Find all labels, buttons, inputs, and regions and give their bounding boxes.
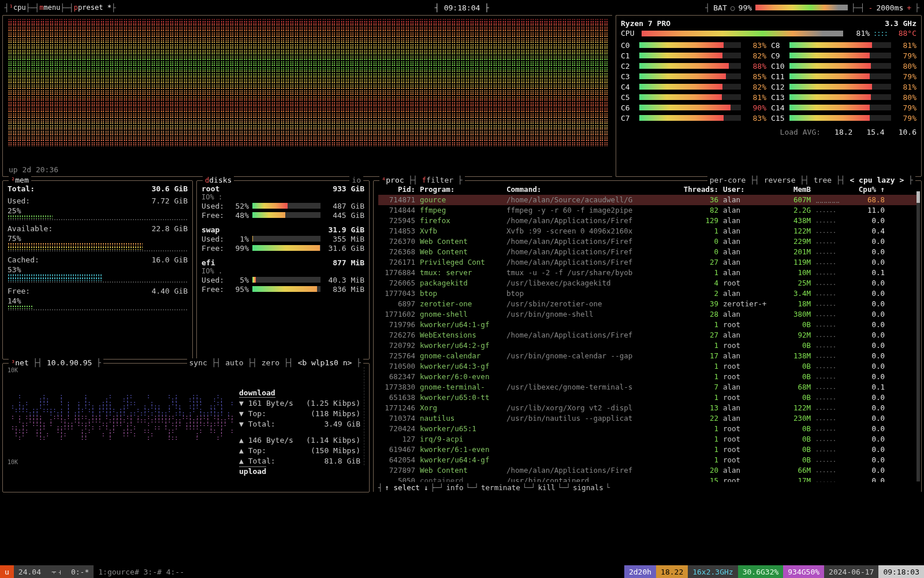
net-graph: 10K 10K: [8, 367, 364, 465]
memory-panel: ²mem Total:30.6 GiB Used:7.72 GiB 25% Av…: [2, 180, 193, 360]
cpu-core-C8: C881%: [771, 40, 916, 50]
uptime: up 2d 20:36: [9, 165, 58, 174]
net-opt-sync[interactable]: sync: [189, 358, 207, 367]
status-mem: 30.6G32%: [738, 565, 784, 578]
process-row[interactable]: 727897Web Content/home/alan/Applications…: [378, 465, 916, 476]
process-row[interactable]: 726370Web Content/home/alan/Applications…: [378, 236, 916, 247]
cpu-core-C0: C083%: [621, 40, 766, 50]
proc-opt-tree[interactable]: tree: [814, 176, 832, 184]
menu-cpu[interactable]: cpu: [13, 3, 26, 12]
loadavg-label: Load AVG:: [780, 128, 821, 136]
disk-root: root933 GiBIO% :Used:52%487 GiBFree:48%4…: [202, 184, 364, 220]
status-date: 2024-06-17: [824, 565, 878, 578]
process-row[interactable]: 726171Privileged Cont/home/alan/Applicat…: [378, 257, 916, 268]
process-row[interactable]: 726368Web Content/home/alan/Applications…: [378, 247, 916, 257]
proc-opt-reverse[interactable]: reverse: [764, 176, 796, 184]
process-row[interactable]: 1771602gnome-shell/usr/bin/gnome-shell28…: [378, 309, 916, 320]
mem-total-label: Total:: [8, 184, 35, 193]
cpu-core-C9: C979%: [771, 50, 916, 61]
status-load: 18.22: [656, 565, 688, 578]
mem-free-pct: 14%: [8, 297, 188, 305]
process-row[interactable]: 1777043btopbtop2alan3.4M......0.0: [378, 288, 916, 299]
net-dl-top: ▼ Top:: [239, 409, 266, 419]
cpu-history-panel: ⣿⣿⣿⣿⣿⣿⣿⣿⣿⣿⣿⣿⣿⣿⣿⣿⣿⣿⣿⣿⣿⣿⣿⣿⣿⣿⣿⣿⣿⣿⣿⣿⣿⣿⣿⣿⣿⣿⣿⣿…: [2, 15, 612, 177]
process-row[interactable]: 1771246Xorg/usr/lib/xorg/Xorg vt2 -displ…: [378, 403, 916, 413]
process-row[interactable]: 6897zerotier-one/usr/sbin/zerotier-one39…: [378, 299, 916, 309]
process-row[interactable]: 710374nautilus/usr/bin/nautilus --gappli…: [378, 413, 916, 424]
cpu-core-C12: C1281%: [771, 81, 916, 92]
network-panel: ³net ├┤ 10.0.90.95 ├ sync ├┤ auto ├┤ zer…: [2, 363, 370, 492]
proc-sort[interactable]: < cpu lazy >: [850, 176, 904, 184]
cpu-label: CPU: [621, 29, 638, 38]
mem-used: 7.72 GiB: [151, 197, 188, 205]
process-row[interactable]: 726276WebExtensions/home/alan/Applicatio…: [378, 330, 916, 340]
process-row[interactable]: 1773830gnome-terminal-/usr/libexec/gnome…: [378, 382, 916, 392]
update-plus-button[interactable]: +: [907, 3, 911, 12]
cpu-core-C2: C288%: [621, 61, 766, 71]
proc-actions: ┤ ↑ select ↓ ├─┘ info └─┘ terminate └─┘ …: [374, 482, 921, 492]
cpu-core-C7: C783%: [621, 113, 766, 123]
battery-meter: [755, 5, 848, 10]
cpu-total-bar: [642, 31, 843, 36]
mem-total: 30.6 GiB: [151, 184, 188, 193]
cpu-core-C11: C1179%: [771, 71, 916, 81]
process-row[interactable]: 642054kworker/u64:4-gf1root0B......0.0: [378, 455, 916, 465]
cpu-total-pct: 81%: [847, 29, 870, 38]
disks-panel: ddisks io root933 GiBIO% :Used:52%487 Gi…: [196, 180, 370, 360]
net-dl-rate: ▼ 161 Byte/s: [239, 398, 293, 409]
process-row[interactable]: 619467kworker/6:1-even1root0B......0.0: [378, 444, 916, 455]
cpu-core-C4: C482%: [621, 81, 766, 92]
cpu-core-C1: C182%: [621, 50, 766, 61]
process-table[interactable]: Pid:Program:Command:Threads:User:MemBCpu…: [378, 184, 916, 486]
cpu-core-C6: C690%: [621, 102, 766, 113]
process-row[interactable]: 127irq/9-acpi1root0B......0.0: [378, 434, 916, 444]
net-ul-heading: upload: [239, 466, 266, 476]
proc-action-kill[interactable]: kill: [538, 483, 555, 492]
net-opt-zero[interactable]: zero: [262, 358, 280, 367]
process-row[interactable]: 720792kworker/u64:2-gf1root0B......0.0: [378, 340, 916, 351]
net-dl-heading: download: [239, 388, 275, 398]
proc-action-info[interactable]: info: [446, 483, 463, 492]
process-row[interactable]: 1776884tmux: servertmux -u -2 -f /usr/sh…: [378, 268, 916, 278]
process-row[interactable]: 710500kworker/u64:3-gf1root0B......0.0: [378, 361, 916, 372]
loadavg-15: 10.6: [899, 128, 916, 136]
process-row[interactable]: 726065packagekitd/usr/libexec/packagekit…: [378, 278, 916, 288]
mem-cached: 16.0 GiB: [151, 255, 188, 264]
proc-opt-percore[interactable]: per-core: [710, 176, 746, 184]
process-row[interactable]: 714844ffmpegffmpeg -y -r 60 -f image2pip…: [378, 205, 916, 216]
menu-preset[interactable]: preset *: [78, 3, 111, 12]
process-row[interactable]: 682347kworker/6:0-even1root0B......0.0: [378, 372, 916, 382]
proc-action-signals[interactable]: signals: [573, 483, 603, 492]
cpu-core-C3: C385%: [621, 71, 766, 81]
net-ul-rate: ▲ 146 Byte/s: [239, 435, 293, 446]
process-panel: ⁴proc ├┤ ffilter ├ per-core ├┤ reverse ├…: [373, 180, 922, 492]
cpu-cores-panel: Ryzen 7 PRO 3.3 GHz CPU 81% :::: 88°C C0…: [616, 15, 922, 177]
process-row[interactable]: 714853XvfbXvfb :99 -screen 0 4096x2160x1…: [378, 226, 916, 236]
clock: ┤ 09:18:04 ├: [435, 3, 489, 12]
process-row[interactable]: 725945firefox/home/alan/Applications/Fir…: [378, 216, 916, 226]
window-list[interactable]: 1:gource# 3:-# 4:--: [94, 565, 189, 578]
process-row[interactable]: 719796kworker/u64:1-gf1root0B......0.0: [378, 320, 916, 330]
cpu-history-graph: ⣿⣿⣿⣿⣿⣿⣿⣿⣿⣿⣿⣿⣿⣿⣿⣿⣿⣿⣿⣿⣿⣿⣿⣿⣿⣿⣿⣿⣿⣿⣿⣿⣿⣿⣿⣿⣿⣿⣿⣿…: [8, 19, 608, 146]
cpu-freq: 3.3 GHz: [885, 19, 916, 28]
proc-scrollbar[interactable]: [916, 191, 920, 481]
net-iface[interactable]: <b wlp1s0 n>: [297, 358, 352, 367]
process-row[interactable]: 725764gnome-calendar/usr/bin/gnome-calen…: [378, 351, 916, 361]
mem-used-label: Used:: [8, 197, 30, 205]
proc-action-select[interactable]: ↑ select ↓: [385, 483, 429, 492]
disks-io-label: io: [349, 176, 363, 184]
status-disk: 934G50%: [783, 565, 824, 578]
proc-action-terminate[interactable]: terminate: [481, 483, 520, 492]
net-ip: 10.0.90.95: [47, 358, 92, 367]
process-row[interactable]: 651638kworker/u65:0-tt1root0B......0.0: [378, 392, 916, 403]
net-dl-total: ▼ Total:: [239, 419, 275, 429]
process-row[interactable]: 720424kworker/u65:11root0B......0.0: [378, 424, 916, 434]
net-opt-auto[interactable]: auto: [225, 358, 243, 367]
update-minus-button[interactable]: -: [869, 3, 873, 12]
process-row[interactable]: 714871gource/home/alan/Source/acaudwell/…: [378, 195, 916, 205]
disk-swap: swap31.9 GiBUsed:1%355 MiBFree:99%31.6 G…: [202, 225, 364, 253]
layout-icon: ⫟⫞: [46, 565, 66, 578]
menu-menu[interactable]: menu: [43, 3, 60, 12]
mem-cached-label: Cached:: [8, 255, 39, 264]
mem-free: 4.40 GiB: [151, 287, 188, 295]
